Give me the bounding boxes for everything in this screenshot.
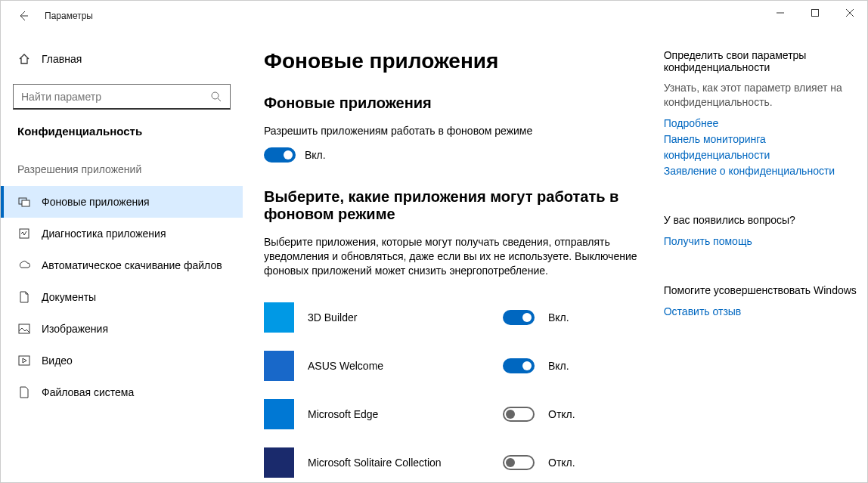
sidebar-item-documents[interactable]: Документы	[1, 281, 243, 313]
app-toggle[interactable]	[503, 407, 535, 422]
sidebar-item-label: Документы	[42, 291, 96, 303]
sidebar-item-label: Диагностика приложения	[42, 228, 166, 240]
section-background-apps-heading: Фоновые приложения	[264, 94, 641, 112]
sidebar-item-label: Изображения	[42, 323, 108, 335]
window-controls	[763, 1, 867, 25]
app-toggle[interactable]	[503, 310, 535, 325]
app-name: Microsoft Edge	[308, 408, 489, 420]
maximize-button[interactable]	[798, 1, 832, 25]
app-toggle-label: Откл.	[548, 408, 575, 420]
section-choose-apps-heading: Выберите, какие приложения могут работат…	[264, 188, 641, 223]
document-icon	[17, 290, 31, 304]
sidebar-item-background-apps[interactable]: Фоновые приложения	[1, 186, 243, 218]
maximize-icon	[811, 9, 819, 17]
app-row: Microsoft Solitaire CollectionОткл.	[264, 438, 641, 482]
sidebar: Главная Конфиденциальность Разрешения пр…	[1, 31, 243, 482]
sidebar-item-label: Фоновые приложения	[42, 196, 150, 208]
side-privacy-text: Узнать, как этот параметр влияет на конф…	[664, 81, 867, 110]
side-panel: Определить свои параметры конфиденциальн…	[664, 49, 867, 482]
svg-rect-7	[22, 200, 29, 206]
link-learn-more[interactable]: Подробнее	[664, 116, 867, 132]
search-box[interactable]	[13, 84, 231, 110]
sidebar-item-label: Автоматическое скачивание файлов	[42, 259, 222, 271]
app-row: Microsoft EdgeОткл.	[264, 390, 641, 438]
file-icon	[17, 385, 31, 399]
pictures-icon	[17, 322, 31, 336]
link-privacy-statement[interactable]: Заявление о конфиденциальности	[664, 163, 867, 179]
category-title: Конфиденциальность	[13, 125, 231, 138]
home-label: Главная	[42, 53, 82, 65]
app-toggle-label: Откл.	[548, 457, 575, 469]
side-questions-heading: У вас появились вопросы?	[664, 214, 867, 226]
minimize-icon	[777, 9, 784, 17]
cloud-download-icon	[17, 259, 31, 272]
sidebar-item-label: Файловая система	[42, 386, 134, 398]
app-name: Microsoft Solitaire Collection	[308, 457, 489, 469]
back-button[interactable]	[13, 5, 34, 26]
side-feedback-heading: Помогите усовершенствовать Windows	[664, 284, 867, 296]
svg-rect-1	[812, 10, 819, 17]
page-title: Фоновые приложения	[264, 49, 641, 73]
master-toggle-label: Вкл.	[305, 149, 326, 161]
close-button[interactable]	[832, 1, 867, 25]
background-apps-icon	[17, 195, 31, 209]
sidebar-item-app-diagnostics[interactable]: Диагностика приложения	[1, 218, 243, 249]
side-privacy-heading: Определить свои параметры конфиденциальн…	[664, 49, 867, 73]
home-button[interactable]: Главная	[13, 49, 231, 69]
svg-rect-10	[19, 356, 29, 365]
app-icon	[264, 302, 294, 333]
minimize-button[interactable]	[763, 1, 798, 25]
app-icon	[264, 351, 294, 381]
link-give-feedback[interactable]: Оставить отзыв	[664, 304, 867, 320]
sidebar-item-pictures[interactable]: Изображения	[1, 313, 243, 345]
app-name: ASUS Welcome	[308, 360, 489, 372]
search-input[interactable]	[21, 91, 210, 103]
group-title: Разрешения приложений	[13, 163, 231, 175]
search-icon	[210, 91, 222, 103]
video-icon	[17, 354, 31, 367]
master-toggle-description: Разрешить приложениям работать в фоновом…	[264, 124, 641, 138]
link-get-help[interactable]: Получить помощь	[664, 234, 867, 249]
app-icon	[264, 447, 294, 478]
back-arrow-icon	[17, 10, 29, 22]
choose-apps-description: Выберите приложения, которые могут получ…	[264, 235, 641, 278]
link-privacy-dashboard[interactable]: Панель мониторинга конфиденциальности	[664, 132, 867, 163]
app-toggle[interactable]	[503, 455, 535, 470]
window-title: Параметры	[45, 11, 93, 21]
app-toggle-label: Вкл.	[548, 311, 569, 324]
app-name: 3D Builder	[308, 311, 489, 324]
master-toggle[interactable]	[264, 147, 296, 163]
app-toggle-label: Вкл.	[548, 360, 569, 372]
app-toggle[interactable]	[503, 358, 535, 373]
app-row: ASUS WelcomeВкл.	[264, 342, 641, 390]
titlebar: Параметры	[1, 1, 867, 31]
svg-rect-9	[19, 324, 29, 333]
sidebar-item-label: Видео	[42, 355, 73, 367]
close-icon	[846, 9, 854, 17]
svg-line-5	[218, 98, 221, 101]
app-list: 3D BuilderВкл.ASUS WelcomeВкл.Microsoft …	[264, 293, 641, 482]
sidebar-item-videos[interactable]: Видео	[1, 345, 243, 376]
sidebar-item-filesystem[interactable]: Файловая система	[1, 376, 243, 408]
svg-point-4	[212, 92, 219, 99]
app-row: 3D BuilderВкл.	[264, 293, 641, 342]
home-icon	[17, 52, 31, 66]
diagnostics-icon	[17, 227, 31, 240]
main-area: Фоновые приложения Фоновые приложения Ра…	[243, 31, 867, 482]
svg-rect-8	[20, 229, 29, 238]
sidebar-item-auto-downloads[interactable]: Автоматическое скачивание файлов	[1, 249, 243, 281]
app-icon	[264, 399, 294, 429]
